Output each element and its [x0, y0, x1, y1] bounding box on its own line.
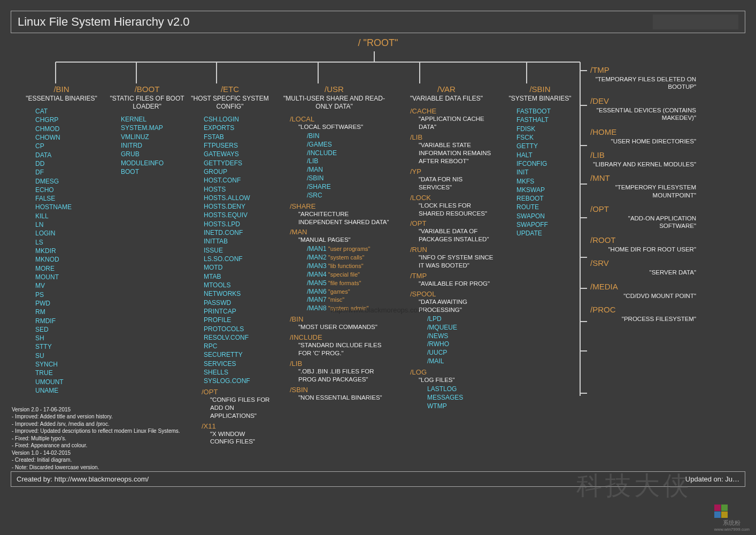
sub-section: /YP"DATA FOR NIS SERVICES": [403, 167, 495, 192]
col-var: /VAR "VARIABLE DATA FILES" /CACHE"APPLIC…: [398, 85, 495, 410]
list-item: TRUE: [35, 369, 102, 377]
right-desc: "ADD-ON APPLICATION SOFTWARE": [590, 215, 700, 230]
list-item: IFCONFIG: [516, 159, 577, 168]
right-row: /MNT"TEMPERORY FILESYSTEM MOUNTPOINT": [583, 173, 700, 199]
sub-items: LASTLOGMESSAGESWTMP: [427, 385, 495, 410]
list-item: FTPUSERS: [204, 141, 270, 150]
list-item: /MAN8 "system admin": [307, 304, 390, 313]
list-item: /MAN7 "misc": [307, 296, 390, 304]
list-item: LOGIN: [35, 229, 102, 238]
list-item: WTMP: [427, 402, 495, 411]
list-item: HOSTS.ALLOW: [204, 194, 270, 202]
list-item: SYSTEM.MAP: [121, 124, 187, 132]
sub-head: /RUN: [410, 246, 495, 254]
sub-section: /CACHE"APPLICATION CACHE DATA": [403, 107, 495, 131]
list-item: /MAN3 "lib functions": [307, 262, 390, 271]
list-item: VMLINUZ: [121, 133, 187, 141]
sub-head: /OPT: [202, 388, 270, 396]
list-item: SU: [35, 351, 102, 360]
sub-head: /MAN: [290, 228, 390, 236]
col-usr: /USR "MULTI-USER SHARE AND READ-ONLY DAT…: [278, 85, 390, 403]
changelog-line: - Note: Discarded lowercase version.: [12, 464, 215, 471]
list-item: HOSTNAME: [35, 203, 102, 211]
sub-section: /MAN"MANUAL PAGES"/MAN1 "user programs"/…: [282, 228, 390, 313]
boot-items: KERNELSYSTEM.MAPVMLINUZINITRDGRUBMODULEI…: [121, 115, 187, 176]
right-head: /ROOT: [590, 235, 700, 244]
sub-head: /SPOOL: [410, 290, 495, 298]
changelog-line: - Improved: Updated descriptions to refl…: [12, 427, 215, 435]
right-head: /TMP: [590, 65, 700, 74]
list-item: PROFILE: [204, 316, 270, 324]
list-item: INIT: [516, 168, 577, 177]
list-item: KERNEL: [121, 115, 187, 124]
usr-subs: /LOCAL"LOCAL SOFTWARES"/BIN/GAMES/INCLUD…: [278, 115, 390, 402]
list-item: GATEWAYS: [204, 150, 270, 158]
list-item: CHOWN: [35, 133, 102, 142]
sub-desc: "ARCHITECTURE INDEPENDENT SHARED DATA": [298, 210, 390, 226]
list-item: MESSAGES: [427, 394, 495, 402]
list-item: MKSWAP: [516, 186, 577, 194]
list-item: /LPD: [427, 315, 495, 324]
right-head: /SRV: [590, 258, 700, 268]
corner-text: 系统粉: [714, 519, 750, 527]
list-item: /MAN4 "special file": [307, 271, 390, 279]
sub-head: /LOCK: [410, 194, 495, 202]
sub-desc: "MOST USER COMMANDS": [298, 323, 390, 331]
list-item: PROTOCOLS: [204, 325, 270, 333]
changelog-line: - Created: Initial diagram.: [12, 456, 215, 464]
right-desc: "ESSENTIAL DEVICES (CONTAINS MAKEDEV)": [590, 106, 700, 122]
var-head: /VAR: [398, 85, 495, 94]
list-item: SECURETTY: [204, 350, 270, 359]
list-item: MKDIR: [35, 247, 102, 255]
right-head: /OPT: [590, 204, 700, 213]
sub-section: /LIB".OBJ .BIN .LIB FILES FOR PROG AND P…: [282, 360, 390, 384]
list-item: /SBIN: [307, 174, 390, 183]
list-item: /MAN: [307, 166, 390, 174]
footer-left: Created by: http://www.blackmoreops.com/: [17, 475, 149, 483]
right-desc: "TEMPERORY FILESYSTEM MOUNTPOINT": [590, 184, 700, 199]
list-item: GETTYDEFS: [204, 159, 270, 167]
sub-head: /LIB: [410, 133, 495, 141]
list-item: HOSTS.EQUIV: [204, 211, 270, 219]
list-item: HOST.CONF: [204, 176, 270, 185]
right-desc: "PROCESS FILESYSTEM": [590, 315, 700, 323]
list-item: FASTHALT: [516, 116, 577, 124]
etc-items: CSH.LOGINEXPORTSFSTABFTPUSERSGATEWAYSGET…: [204, 115, 270, 386]
sub-desc: "LOG FILES": [419, 376, 495, 384]
list-item: SWAPON: [516, 212, 577, 220]
bin-head: /BIN: [21, 85, 102, 94]
corner-url: www.win7999.com: [714, 527, 750, 532]
list-item: EXPORTS: [204, 124, 270, 132]
sub-desc: "CONFIG FILES FOR ADD ON APPLICATIONS": [210, 396, 270, 420]
list-item: HALT: [516, 151, 577, 159]
changelog-line: - Improved: Added title and version hist…: [12, 413, 215, 421]
list-item: DF: [35, 168, 102, 177]
list-item: PS: [35, 291, 102, 299]
list-item: REBOOT: [516, 194, 577, 203]
list-item: FSCK: [516, 133, 577, 142]
sub-section: /LOCAL"LOCAL SOFTWARES"/BIN/GAMES/INCLUD…: [282, 115, 390, 200]
sub-head: /CACHE: [410, 107, 495, 115]
usr-head: /USR: [278, 85, 390, 94]
page-title: Linux File System Hierarchy v2.0: [18, 15, 190, 29]
var-desc: "VARIABLE DATA FILES": [398, 95, 495, 103]
sub-items: /LPD/MQUEUE/NEWS/RWHO/UUCP/MAIL: [427, 315, 495, 366]
col-bin: /BIN "ESSENTIAL BINARIES" CATCHGRPCHMODC…: [21, 85, 102, 395]
sub-desc: "X WINDOW CONFIG FILES": [210, 430, 270, 446]
corner-logo: 系统粉 www.win7999.com: [714, 505, 750, 532]
right-row: /MEDIA"CD/DVD MOUNT POINT": [583, 282, 700, 300]
col-sbin: /SBIN "SYSTEM BINARIES" FASTBOOTFASTHALT…: [503, 85, 577, 238]
list-item: MTAB: [204, 272, 270, 281]
list-item: PRINTCAP: [204, 307, 270, 316]
sub-head: /OPT: [410, 219, 495, 227]
sub-desc: "AVAILABLE FOR PROG": [419, 280, 495, 288]
right-row: /ROOT"HOME DIR FOR ROOT USER": [583, 235, 700, 253]
sub-items: /BIN/GAMES/INCLUDE/LIB/MAN/SBIN/SHARE/SR…: [307, 132, 390, 200]
list-item: CSH.LOGIN: [204, 115, 270, 124]
list-item: MOTD: [204, 263, 270, 272]
list-item: CHMOD: [35, 125, 102, 133]
list-item: /MAN5 "file formats": [307, 279, 390, 288]
list-item: SYNCH: [35, 360, 102, 369]
sub-head: /TMP: [410, 272, 495, 280]
changelog-line: Version 2.0 - 17-06-2015: [12, 406, 215, 414]
